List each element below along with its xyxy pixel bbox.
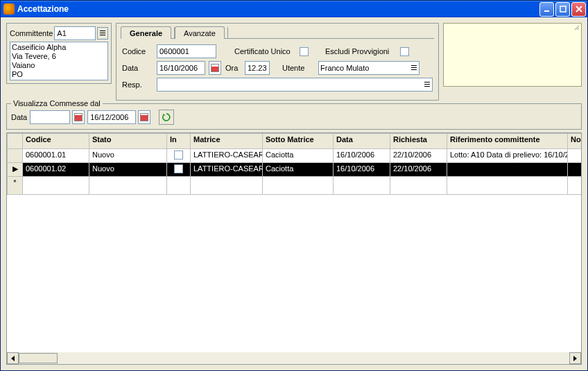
cell-matrice[interactable]: LATTIERO-CASEAR [191,163,263,177]
app-icon [3,3,15,15]
svg-rect-6 [411,67,417,68]
scrollbar-thumb[interactable] [19,353,58,363]
data-input[interactable] [157,61,205,75]
utente-value: Franco Mulato [320,64,410,72]
grid-header-row: Codice Stato In Matrice Sotto Matrice Da… [8,134,582,149]
new-row[interactable]: * [8,177,582,195]
col-stato[interactable]: Stato [89,134,167,149]
ora-label: Ora [225,64,241,72]
svg-line-12 [577,28,579,30]
calendar-icon [140,113,148,121]
svg-line-11 [575,26,579,30]
filter-panel: Visualizza Commesse dal Data [6,103,582,130]
cell-note[interactable] [568,163,582,177]
col-codice[interactable]: Codice [23,134,89,149]
close-button[interactable] [571,2,586,17]
filter-data-from-input[interactable] [30,110,70,124]
codice-input[interactable] [157,44,216,58]
calendar-icon [211,64,219,72]
table-row[interactable]: ▶ 0600001.02 Nuovo LATTIERO-CASEAR Cacio… [8,163,582,177]
calendar-icon [74,113,83,121]
minimize-button[interactable] [539,2,554,17]
cell-note[interactable] [568,149,582,163]
refresh-button[interactable] [159,110,174,125]
filter-to-calendar-button[interactable] [138,110,150,124]
escludi-checkbox[interactable] [400,47,409,56]
utente-label: Utente [282,64,307,72]
col-sotto-matrice[interactable]: Sotto Matrice [263,134,334,149]
resp-label: Resp. [122,80,153,89]
svg-rect-1 [560,6,566,12]
chevron-left-icon [11,356,15,361]
codice-label: Codice [122,47,153,55]
committente-panel: Committente Caseificio Alpha Via Tevere,… [6,23,112,84]
refresh-icon [162,112,171,122]
tab-separator [227,27,228,38]
cell-matrice[interactable]: LATTIERO-CASEAR [191,149,263,163]
filter-from-calendar-button[interactable] [72,110,85,124]
committente-code-input[interactable] [54,26,96,40]
grid: Codice Stato In Matrice Sotto Matrice Da… [6,132,582,365]
row-indicator[interactable]: ▶ [8,163,23,177]
cell-data[interactable]: 16/10/2006 [334,149,390,163]
cell-rif[interactable]: Lotto: A10 Data di prelievo: 16/10/2006 … [447,149,568,163]
notes-panel[interactable] [443,23,582,87]
col-data[interactable]: Data [334,134,390,149]
svg-rect-8 [424,82,430,83]
cell-codice[interactable]: 0600001.01 [23,149,89,163]
tab-strip: Generale Avanzate [121,23,434,38]
tab-generale[interactable]: Generale [121,26,171,39]
filter-legend: Visualizza Commesse dal [11,99,103,107]
cell-stato[interactable]: Nuovo [89,149,167,163]
committente-lookup-button[interactable] [97,27,108,40]
cell-richiesta[interactable]: 22/10/2006 [390,149,447,163]
col-in[interactable]: In [167,134,191,149]
scrollbar-track[interactable] [19,352,569,364]
cell-rif[interactable] [447,163,568,177]
cell-stato[interactable]: Nuovo [89,163,167,177]
in-checkbox[interactable] [174,150,183,159]
row-indicator[interactable] [8,149,23,163]
maximize-button[interactable] [555,2,570,17]
certificato-label: Certificato Unico [234,47,295,55]
data-calendar-button[interactable] [209,61,221,75]
cell-sotto[interactable]: Caciotta [263,163,334,177]
col-richiesta[interactable]: Richiesta [390,134,447,149]
horizontal-scrollbar[interactable] [7,352,581,364]
row-selector-header[interactable] [8,134,23,149]
svg-rect-0 [544,10,549,12]
svg-rect-3 [100,33,105,33]
list-icon [424,81,431,88]
tab-avanzate[interactable]: Avanzate [175,26,225,39]
col-matrice[interactable]: Matrice [191,134,263,149]
filter-data-to-input[interactable] [87,110,136,124]
table-row[interactable]: 0600001.01 Nuovo LATTIERO-CASEAR Caciott… [8,149,582,163]
chevron-right-icon [573,356,577,361]
row-indicator[interactable]: * [8,177,23,195]
window-title: Accettazione [17,4,538,14]
escludi-label: Escludi Provvigioni [325,47,396,55]
svg-rect-7 [411,69,417,70]
titlebar: Accettazione [1,1,587,17]
svg-rect-2 [100,31,105,31]
utente-field[interactable]: Franco Mulato [318,61,420,75]
svg-rect-5 [411,65,417,66]
col-rif-committente[interactable]: Riferimento committente [447,134,568,149]
cell-in[interactable] [167,149,191,163]
cell-codice[interactable]: 0600001.02 [23,163,89,177]
cell-sotto[interactable]: Caciotta [263,149,334,163]
scroll-left-button[interactable] [7,352,19,364]
certificato-checkbox[interactable] [300,47,309,56]
list-icon [410,64,417,71]
scroll-right-button[interactable] [569,352,581,364]
committente-label: Committente [10,29,53,37]
col-note[interactable]: No [568,134,582,149]
in-checkbox[interactable] [174,164,183,173]
cell-in[interactable] [167,163,191,177]
tab-panel-generale: Codice Certificato Unico Escludi Provvig… [121,38,434,96]
resp-field[interactable] [157,78,433,92]
cell-data[interactable]: 16/10/2006 [334,163,390,177]
ora-input[interactable] [245,61,270,75]
svg-rect-9 [424,84,430,85]
cell-richiesta[interactable]: 22/10/2006 [390,163,447,177]
